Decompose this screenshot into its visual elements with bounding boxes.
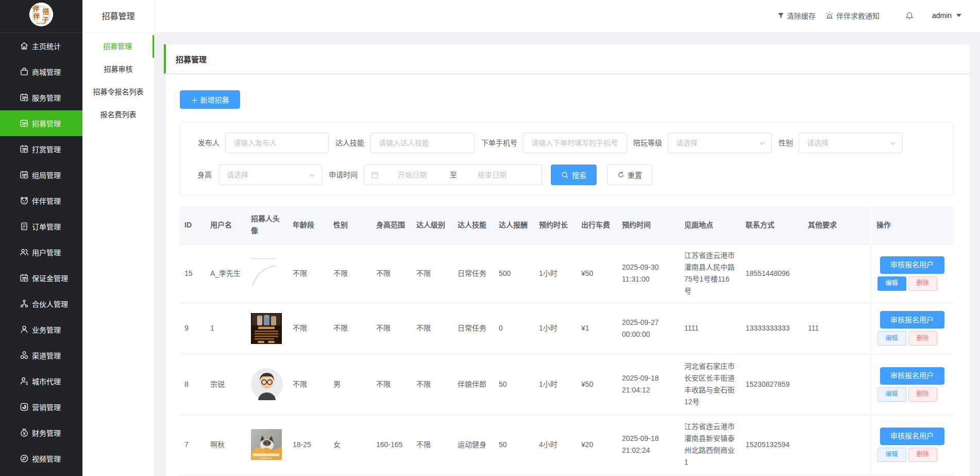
- svg-text:伴: 伴: [32, 5, 39, 12]
- svg-text:伴: 伴: [32, 12, 40, 20]
- svg-text:搭: 搭: [42, 8, 49, 15]
- svg-text:Ban Ban: Ban Ban: [37, 22, 44, 25]
